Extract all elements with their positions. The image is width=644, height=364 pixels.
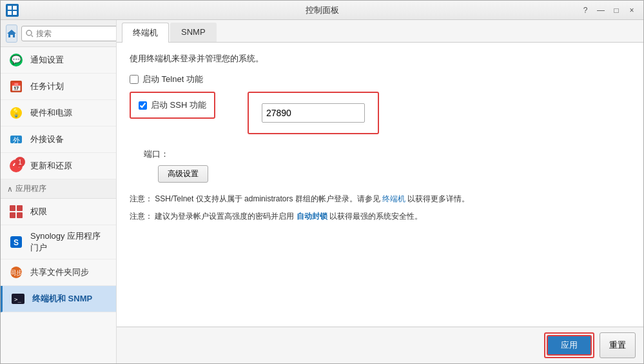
sidebar-item-sync[interactable]: 同步 共享文件夹同步 [1,259,116,286]
maximize-button[interactable]: □ [610,4,623,17]
sidebar-item-terminal[interactable]: >_ 终端机和 SNMP [1,286,116,312]
svg-rect-18 [17,205,23,211]
sidebar-item-notifications[interactable]: 💬 通知设置 [1,47,116,74]
telnet-checkbox-label[interactable]: 启动 Telnet 功能 [130,74,203,85]
section-label: 应用程序 [15,183,46,194]
sidebar-item-tasks[interactable]: 📅 任务计划 [1,74,116,100]
svg-rect-3 [13,11,17,15]
port-section [248,92,379,134]
sidebar-item-label: 权限 [30,206,47,217]
sidebar-item-label: Synology 应用程序门户 [30,230,108,254]
svg-text:📅: 📅 [11,81,22,92]
sidebar-item-power[interactable]: 💡 硬件和电源 [1,100,116,126]
ssh-section: 启动 SSH 功能 [130,92,215,119]
minimize-button[interactable]: — [594,4,607,17]
port-label: 端口： [144,148,169,160]
search-input[interactable] [36,29,117,38]
section-arrow: ∧ [7,185,13,194]
external-icon: 外 [8,132,24,147]
footer: 应用 重置 [117,327,643,363]
titlebar: 控制面板 ? — □ × [1,1,643,20]
apply-button-wrapper: 应用 [544,332,594,358]
sidebar-item-synology[interactable]: S Synology 应用程序门户 [1,225,116,259]
telnet-option-row: 启动 Telnet 功能 [130,74,630,85]
window-title: 控制面板 [306,5,339,16]
permissions-icon [8,204,24,219]
note1-link[interactable]: 终端机 [382,194,405,203]
svg-rect-2 [8,11,12,15]
reset-button[interactable]: 重置 [600,332,636,358]
note2-text: 注意： 建议为登录帐户设置高强度的密码并启用 自动封锁 以获得最强的系统安全性。 [130,210,630,223]
svg-point-5 [26,30,32,35]
close-button[interactable]: × [625,4,638,17]
sidebar-item-label: 硬件和电源 [30,107,72,119]
tab-bar: 终端机 SNMP [117,20,643,43]
ssh-checkbox-label[interactable]: 启动 SSH 功能 [139,99,206,111]
sidebar-item-label: 更新和还原 [30,160,72,172]
description-text: 使用终端机来登录并管理您的系统。 [130,53,630,65]
main-window: 控制面板 ? — □ × [0,0,644,364]
task-icon: 📅 [8,79,24,94]
search-icon [26,30,34,37]
synology-icon: S [8,234,24,250]
app-section-header[interactable]: ∧ 应用程序 [1,179,116,199]
help-button[interactable]: ? [579,4,592,17]
body: 💬 通知设置 📅 任务计划 💡 [1,20,643,363]
content-area: 使用终端机来登录并管理您的系统。 启动 Telnet 功能 启动 SSH 功能 [117,43,643,327]
sidebar-item-label: 通知设置 [30,54,64,66]
svg-text:💬: 💬 [11,54,22,65]
note1-text: 注意： SSH/Telnet 仅支持从属于 administrators 群组的… [130,193,630,205]
svg-rect-0 [8,6,12,10]
svg-text:外: 外 [13,136,20,144]
power-icon: 💡 [8,105,24,121]
sidebar-item-external[interactable]: 外 外接设备 [1,126,116,153]
sidebar-item-label: 任务计划 [30,81,64,92]
update-badge: 1 [15,157,25,167]
update-icon: 1 [8,158,24,174]
note2-link[interactable]: 自动封锁 [297,212,327,221]
advanced-settings-button[interactable]: 高级设置 [158,165,208,183]
sidebar: 💬 通知设置 📅 任务计划 💡 [1,20,117,363]
titlebar-left [6,4,19,17]
sidebar-item-label: 共享文件夹同步 [30,267,89,278]
telnet-checkbox[interactable] [130,75,139,84]
ssh-checkbox[interactable] [139,101,147,110]
search-box [21,26,117,41]
svg-text:>_: >_ [14,296,21,303]
svg-text:💡: 💡 [11,107,22,118]
svg-line-6 [32,35,34,37]
port-row: 端口： [144,148,630,160]
svg-rect-19 [10,212,15,218]
sync-icon: 同步 [8,265,24,280]
tab-snmp[interactable]: SNMP [170,23,217,42]
ssh-label: 启动 SSH 功能 [151,99,206,111]
svg-rect-1 [13,6,17,10]
sidebar-item-update[interactable]: 1 更新和还原 [1,153,116,179]
sidebar-item-label: 终端机和 SNMP [32,293,92,305]
notification-icon: 💬 [8,52,24,68]
telnet-label: 启动 Telnet 功能 [142,74,203,85]
sidebar-item-label: 外接设备 [30,134,64,145]
apply-button[interactable]: 应用 [547,335,592,356]
tab-terminal[interactable]: 终端机 [122,23,169,43]
window-controls: ? — □ × [579,4,638,17]
main-content: 终端机 SNMP 使用终端机来登录并管理您的系统。 启动 Telnet 功能 [117,20,643,363]
port-input[interactable] [262,103,365,123]
svg-text:同步: 同步 [10,269,23,276]
terminal-icon: >_ [10,291,26,307]
home-button[interactable] [6,25,17,43]
sidebar-header [1,20,116,47]
svg-text:S: S [14,238,19,247]
svg-marker-4 [7,30,16,37]
app-icon [6,4,19,17]
svg-rect-20 [17,212,23,218]
svg-rect-17 [10,205,15,211]
sidebar-item-permissions[interactable]: 权限 [1,199,116,225]
